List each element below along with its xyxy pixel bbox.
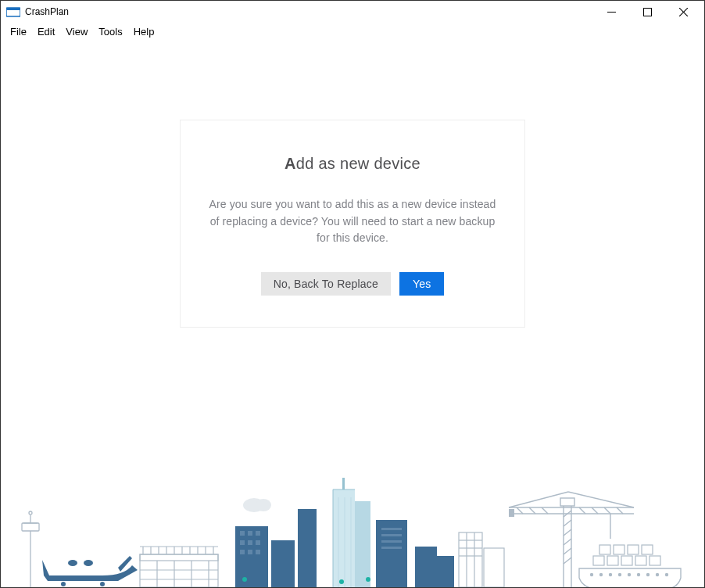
yes-button[interactable]: Yes bbox=[399, 272, 444, 296]
maximize-button[interactable] bbox=[629, 1, 665, 23]
no-back-to-replace-button[interactable]: No, Back To Replace bbox=[261, 272, 391, 296]
titlebar: CrashPlan bbox=[1, 1, 704, 23]
svg-rect-1 bbox=[6, 8, 20, 10]
main-content: Add as new device Are you sure you want … bbox=[1, 40, 704, 587]
menubar: File Edit View Tools Help bbox=[1, 23, 704, 40]
window-controls bbox=[593, 1, 701, 23]
dialog-title: Add as new device bbox=[204, 155, 501, 173]
minimize-button[interactable] bbox=[593, 1, 629, 23]
menu-view[interactable]: View bbox=[61, 25, 92, 38]
confirm-dialog: Add as new device Are you sure you want … bbox=[180, 120, 525, 328]
dialog-body: Are you sure you want to add this as a n… bbox=[204, 196, 501, 247]
menu-file[interactable]: File bbox=[5, 25, 31, 38]
menu-tools[interactable]: Tools bbox=[94, 25, 127, 38]
close-button[interactable] bbox=[665, 1, 701, 23]
app-icon bbox=[6, 6, 20, 17]
svg-rect-3 bbox=[643, 8, 651, 16]
dialog-buttons: No, Back To Replace Yes bbox=[204, 272, 501, 296]
menu-edit[interactable]: Edit bbox=[33, 25, 59, 38]
window-title: CrashPlan bbox=[25, 6, 593, 17]
menu-help[interactable]: Help bbox=[129, 25, 159, 38]
